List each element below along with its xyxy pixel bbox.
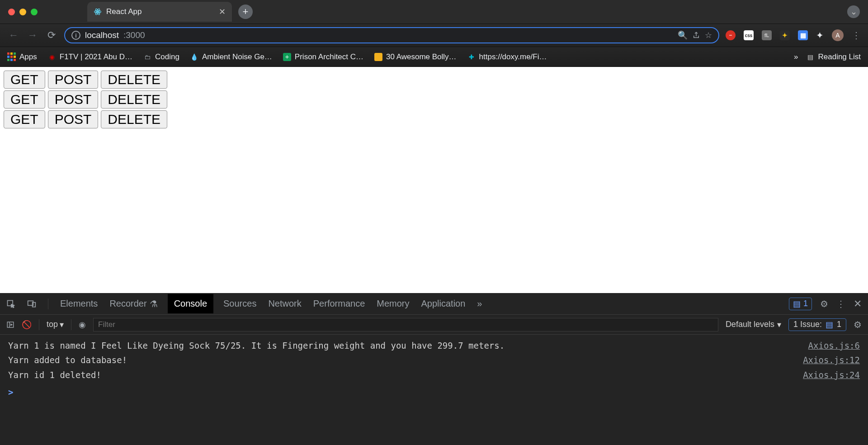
devtools-tab-network[interactable]: Network	[268, 298, 301, 309]
apps-label: Apps	[19, 52, 37, 62]
bookmark-label: Prison Architect C…	[295, 52, 363, 62]
chat-icon: ▤	[793, 299, 801, 309]
zoom-icon[interactable]: 🔍	[678, 30, 688, 40]
console-sidebar-toggle-icon[interactable]	[6, 321, 14, 329]
share-icon[interactable]	[692, 31, 700, 39]
bookmark-item[interactable]: 🗀 Coding	[143, 52, 179, 62]
tab-title: React App	[106, 7, 142, 16]
bookmark-favicon: ＋	[283, 53, 291, 61]
extension-fl-icon[interactable]: fL	[762, 30, 772, 40]
issues-badge[interactable]: 1 Issue: ▤ 1	[788, 318, 846, 331]
log-source-link[interactable]: Axios.js:12	[803, 353, 860, 367]
chevron-down-icon[interactable]: ⌄	[847, 5, 860, 18]
bookmarks-bar: Apps ◉ F1TV | 2021 Abu D… 🗀 Coding 💧 Amb…	[0, 47, 868, 67]
execution-context-selector[interactable]: top ▾	[47, 320, 64, 330]
react-logo-icon	[94, 8, 102, 16]
get-button[interactable]: GET	[4, 71, 45, 89]
apps-grid-icon	[7, 52, 16, 61]
bookmark-item[interactable]: ◉ F1TV | 2021 Abu D…	[48, 52, 132, 62]
site-info-icon[interactable]: i	[71, 31, 80, 40]
extension-css-icon[interactable]: css	[744, 30, 754, 40]
url-host: localhost	[85, 30, 119, 40]
back-button[interactable]: ←	[7, 29, 20, 41]
get-button[interactable]: GET	[4, 110, 45, 128]
console-log-area: Yarn 1 is named I Feel Like Dyeing Sock …	[0, 335, 868, 445]
log-levels-selector[interactable]: Default levels ▾	[726, 320, 781, 330]
reading-list-icon: ▤	[806, 53, 814, 61]
bookmark-item[interactable]: ✚ https://doxy.me/Fi…	[467, 52, 547, 62]
chat-icon: ▤	[826, 320, 833, 330]
profile-avatar[interactable]: A	[832, 29, 844, 41]
device-toggle-icon[interactable]	[27, 299, 36, 308]
minimize-window-button[interactable]	[19, 9, 26, 15]
issues-count: 1	[837, 320, 841, 329]
issues-label: 1 Issue:	[793, 320, 822, 329]
extension-flame-icon[interactable]: ✦	[780, 30, 790, 40]
devtools-settings-icon[interactable]: ⚙	[820, 298, 828, 309]
log-message: Yarn 1 is named I Feel Like Dyeing Sock …	[8, 338, 808, 353]
chrome-menu-icon[interactable]: ⋮	[852, 30, 861, 41]
clear-console-icon[interactable]: 🚫	[22, 320, 32, 330]
devtools-tabs-overflow-icon[interactable]: »	[477, 298, 482, 309]
console-log-row: Yarn added to database! Axios.js:12	[8, 353, 860, 367]
context-label: top	[47, 320, 58, 329]
console-message-count: 1	[803, 299, 808, 308]
flask-icon: ⚗	[150, 298, 158, 309]
live-expression-icon[interactable]: ◉	[79, 320, 86, 330]
post-button[interactable]: POST	[48, 90, 99, 109]
chevron-down-icon: ▾	[777, 320, 781, 330]
page-content: GET POST DELETE GET POST DELETE GET POST…	[0, 67, 868, 293]
reload-button[interactable]: ⟳	[45, 29, 58, 41]
devtools-tab-memory[interactable]: Memory	[377, 298, 409, 309]
bookmark-star-icon[interactable]: ☆	[705, 30, 712, 40]
console-settings-icon[interactable]: ⚙	[854, 319, 862, 330]
bookmark-label: F1TV | 2021 Abu D…	[60, 52, 132, 62]
console-prompt[interactable]: >	[8, 382, 860, 399]
bookmark-favicon: 💧	[190, 53, 198, 61]
bookmarks-overflow-icon[interactable]: »	[794, 52, 798, 62]
post-button[interactable]: POST	[48, 110, 99, 128]
bookmark-label: Ambient Noise Ge…	[202, 52, 272, 62]
console-filter-input[interactable]	[93, 318, 718, 331]
devtools-tab-sources[interactable]: Sources	[223, 298, 256, 309]
devtools-tab-application[interactable]: Application	[421, 298, 466, 309]
devtools-panel: Elements Recorder⚗ Console Sources Netwo…	[0, 293, 868, 445]
devtools-tab-recorder[interactable]: Recorder⚗	[109, 298, 157, 309]
log-source-link[interactable]: Axios.js:24	[803, 368, 860, 382]
browser-tab[interactable]: React App ✕	[87, 2, 232, 22]
folder-icon: 🗀	[143, 53, 151, 61]
devtools-menu-icon[interactable]: ⋮	[836, 298, 845, 309]
address-bar[interactable]: i localhost:3000 🔍 ☆	[64, 27, 719, 43]
log-source-link[interactable]: Axios.js:6	[808, 338, 860, 353]
button-row: GET POST DELETE	[4, 110, 864, 128]
levels-label: Default levels	[726, 320, 774, 329]
extensions-menu-icon[interactable]: ✦	[816, 30, 824, 41]
console-toolbar: 🚫 top ▾ ◉ Default levels ▾ 1 Issue: ▤ 1 …	[0, 315, 868, 335]
console-message-badge[interactable]: ▤ 1	[789, 298, 812, 310]
new-tab-button[interactable]: +	[238, 5, 253, 19]
forward-button[interactable]: →	[26, 29, 39, 41]
devtools-tab-console[interactable]: Console	[168, 294, 213, 313]
delete-button[interactable]: DELETE	[101, 90, 167, 109]
extension-adblock-icon[interactable]	[726, 30, 736, 40]
delete-button[interactable]: DELETE	[101, 110, 167, 128]
apps-shortcut[interactable]: Apps	[7, 52, 37, 62]
bookmark-item[interactable]: 💧 Ambient Noise Ge…	[190, 52, 272, 62]
post-button[interactable]: POST	[48, 71, 99, 89]
devtools-tab-elements[interactable]: Elements	[60, 298, 98, 309]
devtools-close-icon[interactable]: ✕	[854, 298, 862, 310]
bookmark-item[interactable]: ＋ Prison Architect C…	[283, 52, 363, 62]
bookmark-label: Coding	[155, 52, 179, 62]
bookmark-item[interactable]: 30 Awesome Bolly…	[374, 52, 457, 62]
close-window-button[interactable]	[8, 9, 15, 15]
bookmark-favicon: ✚	[467, 53, 476, 61]
inspect-element-icon[interactable]	[6, 299, 15, 308]
reading-list-button[interactable]: ▤ Reading List	[806, 52, 861, 62]
zoom-window-button[interactable]	[31, 9, 38, 15]
get-button[interactable]: GET	[4, 90, 45, 109]
extension-calendar-icon[interactable]: ▦	[798, 30, 808, 40]
log-message: Yarn id 1 deleted!	[8, 368, 803, 382]
delete-button[interactable]: DELETE	[101, 71, 167, 89]
devtools-tab-performance[interactable]: Performance	[313, 298, 365, 309]
close-tab-icon[interactable]: ✕	[219, 7, 226, 17]
